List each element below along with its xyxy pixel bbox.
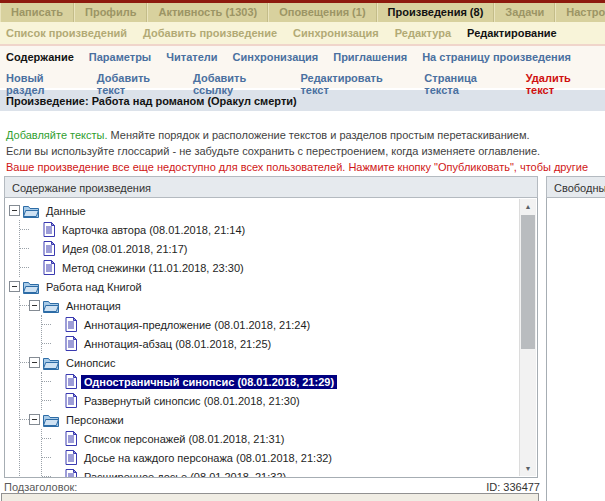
- action-menu-item-4[interactable]: Страница текста: [424, 72, 510, 84]
- tree-label[interactable]: Идея (08.01.2018, 21:17): [59, 242, 190, 256]
- section-menu-item-5[interactable]: На страницу произведения: [422, 51, 571, 63]
- tree-item[interactable]: Досье на каждого персонажа (08.01.2018, …: [42, 448, 517, 467]
- collapse-toggle-icon[interactable]: [29, 414, 40, 425]
- tree-item[interactable]: Метод снежинки (11.01.2018, 23:30): [20, 258, 517, 277]
- folder-icon: [43, 413, 59, 427]
- main-tab-1[interactable]: Профиль: [74, 3, 147, 22]
- tree-item[interactable]: Идея (08.01.2018, 21:17): [20, 239, 517, 258]
- scroll-up-button[interactable]: ▲: [520, 199, 536, 214]
- tree-item[interactable]: Расширенное досье (08.01.2018, 21:32): [42, 467, 517, 477]
- tree-label[interactable]: Развернутый синопсис (08.01.2018, 21:30): [81, 394, 303, 408]
- tree-folder[interactable]: Данные: [9, 201, 517, 220]
- tree-label[interactable]: Данные: [43, 204, 89, 218]
- tree-item[interactable]: Список персонажей (08.01.2018, 21:31): [42, 429, 517, 448]
- document-icon: [65, 431, 77, 446]
- folder-icon: [43, 356, 59, 370]
- folder-icon: [23, 280, 39, 294]
- contents-panel-title: Содержание произведения: [12, 182, 151, 194]
- tree-label[interactable]: Синопсис: [63, 356, 118, 370]
- tree-label[interactable]: Расширенное досье (08.01.2018, 21:32): [81, 470, 289, 478]
- scroll-down-button[interactable]: ▼: [520, 461, 536, 476]
- collapse-toggle-icon[interactable]: [9, 281, 20, 292]
- tree-children-group: Аннотация-предложение (08.01.2018, 21:24…: [41, 315, 517, 353]
- tree-folder[interactable]: Синопсис: [20, 353, 517, 372]
- works-menu-item-3[interactable]: Редактура: [395, 27, 451, 40]
- tree-label[interactable]: Аннотация-абзац (08.01.2018, 21:25): [81, 337, 274, 351]
- document-icon: [65, 336, 77, 351]
- tree-label[interactable]: Аннотация: [63, 299, 124, 313]
- tree-folder[interactable]: Аннотация: [20, 296, 517, 315]
- action-menu-item-0[interactable]: Новый раздел: [6, 72, 82, 84]
- document-icon: [65, 393, 77, 408]
- scrollbar-thumb[interactable]: [521, 215, 535, 349]
- main-tab-6[interactable]: Настройки: [555, 3, 605, 22]
- tree-label[interactable]: Метод снежинки (11.01.2018, 23:30): [59, 261, 247, 275]
- document-icon: [65, 450, 77, 465]
- collapse-toggle-icon[interactable]: [29, 300, 40, 311]
- hint-text: Меняйте порядок и расположение текстов и…: [108, 129, 530, 141]
- subtitle-row: Подзаголовок: ID: 336477: [4, 481, 540, 493]
- contents-panel: Содержание произведения ДанныеКарточка а…: [4, 176, 538, 478]
- tree-item[interactable]: Одностраничный синопсис (08.01.2018, 21:…: [42, 372, 517, 391]
- subtitle-input[interactable]: [1, 493, 539, 501]
- tree-item[interactable]: Аннотация-предложение (08.01.2018, 21:24…: [42, 315, 517, 334]
- tree-label[interactable]: Персонажи: [63, 413, 127, 427]
- document-icon: [65, 374, 77, 389]
- main-tab-4[interactable]: Произведения (8): [377, 3, 495, 22]
- contents-panel-header: Содержание произведения: [4, 176, 538, 198]
- subtitle-label: Подзаголовок:: [4, 481, 77, 493]
- work-title: Произведение: Работа над романом (Оракул…: [6, 95, 297, 107]
- tree-label[interactable]: Работа над Книгой: [43, 280, 145, 294]
- works-menu-item-2[interactable]: Синхронизация: [293, 27, 379, 40]
- works-submenu: Список произведенийДобавить произведение…: [0, 22, 605, 44]
- works-menu-item-1[interactable]: Добавить произведение: [143, 27, 277, 40]
- tree-label[interactable]: Карточка автора (08.01.2018, 21:14): [59, 223, 248, 237]
- free-texts-panel-title: Свободные т: [554, 182, 605, 194]
- collapse-toggle-icon[interactable]: [9, 205, 20, 216]
- tree-label[interactable]: Досье на каждого персонажа (08.01.2018, …: [81, 451, 335, 465]
- works-menu-item-4[interactable]: Редактирование: [467, 27, 557, 40]
- hint-message-0: Добавляйте тексты. Меняйте порядок и рас…: [6, 127, 599, 143]
- main-tab-bar: НаписатьПрофильАктивность (1303)Оповещен…: [0, 3, 605, 22]
- tree-label[interactable]: Аннотация-предложение (08.01.2018, 21:24…: [81, 318, 313, 332]
- section-menu-item-4[interactable]: Приглашения: [333, 51, 407, 63]
- hint-text: Добавляйте тексты.: [6, 129, 108, 141]
- main-tab-0[interactable]: Написать: [0, 3, 74, 22]
- tree-folder[interactable]: Персонажи: [20, 410, 517, 429]
- main-tab-3[interactable]: Оповещения (1): [268, 3, 376, 22]
- tree-item[interactable]: Аннотация-абзац (08.01.2018, 21:25): [42, 334, 517, 353]
- folder-icon: [23, 204, 39, 218]
- tree-scrollbar[interactable]: ▲ ▼: [519, 199, 536, 476]
- section-menu-item-1[interactable]: Параметры: [89, 51, 151, 63]
- tree-item[interactable]: Карточка автора (08.01.2018, 21:14): [20, 220, 517, 239]
- tree-children-group: Одностраничный синопсис (08.01.2018, 21:…: [41, 372, 517, 410]
- app-window: НаписатьПрофильАктивность (1303)Оповещен…: [0, 0, 605, 501]
- tree-children-group: Карточка автора (08.01.2018, 21:14)Идея …: [19, 220, 517, 277]
- work-id-text: ID: 336477: [486, 481, 540, 493]
- free-texts-panel-header: Свободные т: [546, 176, 605, 198]
- section-menu-item-0[interactable]: Содержание: [6, 51, 74, 63]
- tree-item[interactable]: Развернутый синопсис (08.01.2018, 21:30): [42, 391, 517, 410]
- document-icon: [43, 241, 55, 256]
- section-menu-item-2[interactable]: Читатели: [166, 51, 217, 63]
- folder-icon: [43, 299, 59, 313]
- content-actions-menu: Новый разделДобавить текстДобавить ссылк…: [0, 67, 605, 88]
- action-menu-item-2[interactable]: Добавить ссылку: [193, 72, 286, 84]
- main-tab-5[interactable]: Задачи: [494, 3, 555, 22]
- works-menu-item-0[interactable]: Список произведений: [6, 27, 127, 40]
- main-tab-2[interactable]: Активность (1303): [147, 3, 268, 22]
- tree-label[interactable]: Одностраничный синопсис (08.01.2018, 21:…: [81, 375, 337, 389]
- action-menu-item-5[interactable]: Удалить текст: [526, 72, 599, 84]
- free-texts-panel-body: [546, 198, 605, 501]
- document-icon: [65, 469, 77, 477]
- tree-children-group: Список персонажей (08.01.2018, 21:31)Дос…: [41, 429, 517, 477]
- tree-folder[interactable]: Работа над Книгой: [9, 277, 517, 296]
- collapse-toggle-icon[interactable]: [29, 357, 40, 368]
- document-icon: [43, 222, 55, 237]
- tree-label[interactable]: Список персонажей (08.01.2018, 21:31): [81, 432, 287, 446]
- contents-tree-box: ДанныеКарточка автора (08.01.2018, 21:14…: [4, 198, 538, 478]
- action-menu-item-1[interactable]: Добавить текст: [97, 72, 178, 84]
- section-menu-item-3[interactable]: Синхронизация: [233, 51, 319, 63]
- action-menu-item-3[interactable]: Редактировать текст: [300, 72, 409, 84]
- tree-children-group: АннотацияАннотация-предложение (08.01.20…: [19, 296, 517, 477]
